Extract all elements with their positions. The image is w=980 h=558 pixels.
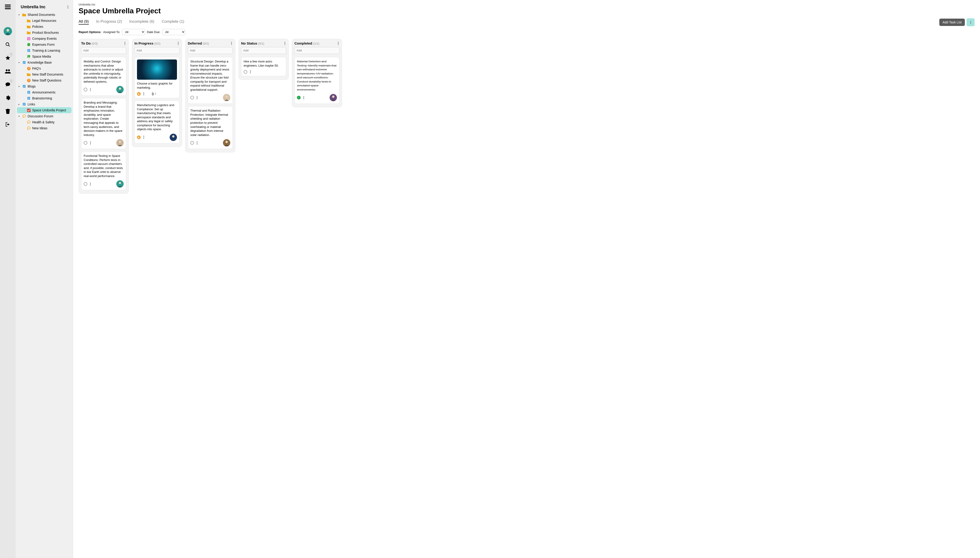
assignee-avatar[interactable]: [223, 94, 230, 101]
card-menu-button[interactable]: [196, 141, 198, 145]
tree-node[interactable]: ?New Staff Questions: [16, 77, 73, 84]
doc-icon: [22, 85, 26, 88]
card-menu-button[interactable]: [143, 135, 145, 139]
kanban-column: Deferred (0/2)Structural Design: Develop…: [185, 39, 236, 153]
tab[interactable]: Incomplete (6): [129, 19, 155, 24]
chat-button[interactable]: 0: [3, 80, 12, 89]
column-count: (0/2): [203, 42, 209, 45]
tab[interactable]: All (9): [79, 19, 89, 24]
card-menu-button[interactable]: [303, 96, 305, 100]
search-button[interactable]: [3, 40, 12, 49]
task-card[interactable]: Material Selection and Testing. Identify…: [295, 57, 339, 104]
column-menu-button[interactable]: [230, 41, 233, 45]
trash-icon: [5, 108, 10, 114]
tab[interactable]: Complete (1): [162, 19, 184, 24]
card-menu-button[interactable]: [196, 96, 198, 100]
add-task-input[interactable]: [135, 47, 180, 54]
board-menu-button[interactable]: [967, 18, 975, 26]
doc-icon: [22, 61, 26, 64]
add-task-input[interactable]: [188, 47, 233, 54]
more-icon: [969, 20, 972, 25]
tree-node[interactable]: ▾Discussion Forum: [16, 113, 73, 119]
tree-node[interactable]: ?FAQ's: [16, 66, 73, 71]
tree-node[interactable]: ▾Shared Documents: [16, 12, 73, 18]
card-menu-button[interactable]: [89, 88, 92, 92]
svg-rect-13: [28, 51, 30, 51]
assignee-avatar[interactable]: [170, 134, 177, 141]
column-title: Completed: [295, 41, 312, 45]
card-menu-button[interactable]: [249, 70, 252, 74]
people-button[interactable]: [3, 67, 12, 76]
task-card[interactable]: Manufacturing Logistics and Compliance: …: [135, 100, 180, 143]
task-card[interactable]: Thermal and Radiation Protection: Integr…: [188, 106, 233, 149]
report-options-label: Report Options:: [79, 30, 101, 34]
card-menu-button[interactable]: [89, 182, 92, 186]
task-card[interactable]: Choose a basic graphic for marketing.◐2: [135, 57, 180, 98]
add-task-input[interactable]: [295, 47, 339, 54]
folder-icon: [27, 19, 31, 22]
assigned-to-select[interactable]: All: [122, 29, 145, 35]
assignee-avatar[interactable]: [116, 139, 124, 146]
task-card[interactable]: Branding and Messaging: Develop a brand …: [81, 98, 126, 149]
tree-node[interactable]: New Ideas: [16, 125, 73, 131]
add-task-input[interactable]: [241, 47, 286, 54]
date-due-select[interactable]: All: [162, 29, 185, 35]
task-card[interactable]: Functional Testing in Space Conditions: …: [81, 151, 126, 190]
tree-node[interactable]: Training & Learning: [16, 48, 73, 54]
folder-icon: [27, 73, 31, 76]
tree-node[interactable]: Announcements: [16, 89, 73, 95]
tree-node[interactable]: Space Media: [16, 54, 73, 59]
svg-text:?: ?: [28, 79, 30, 82]
svg-point-55: [332, 95, 334, 98]
task-card[interactable]: Hire a few more astro engineers. Like ma…: [241, 57, 286, 76]
filter-bar: Report Options: Assigned To: All Date Du…: [79, 29, 975, 35]
menu-button[interactable]: [3, 2, 12, 11]
assignee-avatar[interactable]: [116, 86, 124, 93]
svg-point-1: [7, 29, 9, 32]
settings-button[interactable]: [3, 93, 12, 102]
tree-node[interactable]: Health & Safety: [16, 119, 73, 125]
svg-rect-38: [23, 103, 25, 104]
org-menu-button[interactable]: [67, 5, 69, 9]
tree-node[interactable]: Company Events: [16, 36, 73, 41]
tree-node-label: Company Events: [32, 37, 57, 40]
task-card[interactable]: Structural Design: Develop a frame that …: [188, 57, 233, 104]
column-menu-button[interactable]: [124, 41, 126, 45]
card-menu-button[interactable]: [89, 141, 92, 145]
add-task-input[interactable]: [81, 47, 126, 54]
card-text: Manufacturing Logistics and Compliance: …: [137, 103, 177, 131]
tree-node[interactable]: ▸Links: [16, 101, 73, 107]
tree-node[interactable]: New Staff Documents: [16, 71, 73, 77]
card-menu-button[interactable]: [143, 92, 145, 96]
tree-node[interactable]: Legal Resources: [16, 18, 73, 24]
favorites-button[interactable]: 0: [3, 53, 12, 62]
svg-rect-14: [28, 51, 29, 52]
tree-node[interactable]: Space Umbrella Project: [17, 107, 71, 113]
assignee-avatar[interactable]: [223, 139, 230, 146]
tree-node-label: Blogs: [28, 84, 36, 88]
tree-node[interactable]: ▾Knowledge Base: [16, 59, 73, 66]
svg-rect-32: [28, 93, 29, 94]
tree-node[interactable]: Product Brochures: [16, 30, 73, 36]
tree-node[interactable]: Brainstorming: [16, 95, 73, 101]
user-avatar[interactable]: [3, 27, 12, 36]
svg-point-53: [226, 141, 228, 143]
tab[interactable]: In Progress (2): [96, 19, 122, 24]
logout-button[interactable]: [3, 120, 12, 129]
assignee-avatar[interactable]: [116, 180, 124, 188]
add-task-list-button[interactable]: Add Task List: [939, 19, 965, 26]
tree-node[interactable]: Policies: [16, 24, 73, 30]
trash-button[interactable]: [3, 107, 12, 116]
tree-node-label: Expenses Form: [32, 43, 55, 46]
task-card[interactable]: Mobility and Control: Design mechanisms …: [81, 57, 126, 96]
assignee-avatar[interactable]: [329, 94, 337, 101]
column-menu-button[interactable]: [337, 41, 339, 45]
column-title: No Status: [241, 41, 257, 45]
column-menu-button[interactable]: [177, 41, 180, 45]
svg-point-10: [27, 43, 30, 44]
svg-rect-27: [23, 86, 25, 87]
tree-node[interactable]: Expenses Form: [16, 41, 73, 48]
tree-node-label: Discussion Forum: [28, 114, 53, 118]
tree-node[interactable]: ▾Blogs: [16, 84, 73, 89]
column-menu-button[interactable]: [283, 41, 286, 45]
